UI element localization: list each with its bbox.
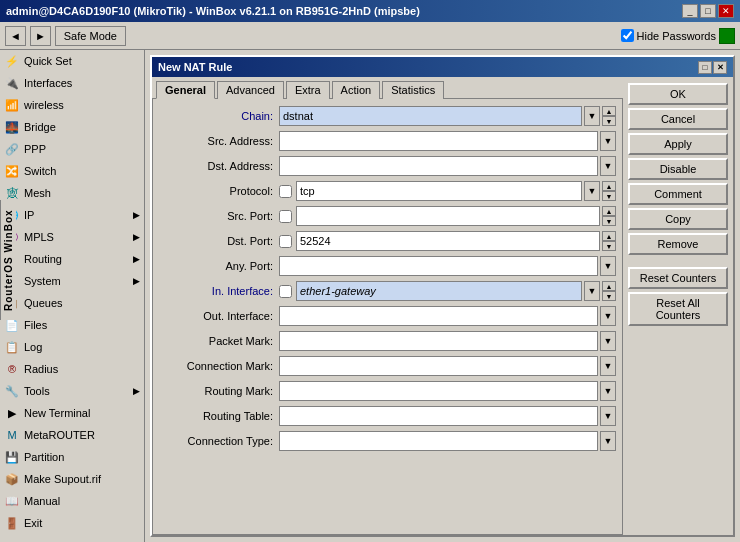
chain-up-button[interactable]: ▲ (602, 106, 616, 116)
close-button[interactable]: ✕ (718, 4, 734, 18)
any-port-input[interactable] (279, 256, 598, 276)
out-interface-dropdown-button[interactable]: ▼ (600, 306, 616, 326)
hide-passwords-checkbox[interactable] (621, 29, 634, 42)
dialog-maximize-button[interactable]: □ (698, 61, 712, 74)
in-interface-input[interactable] (296, 281, 582, 301)
sidebar-item-mesh[interactable]: 🕸 Mesh (0, 182, 144, 204)
in-interface-up-button[interactable]: ▲ (602, 281, 616, 291)
sidebar-item-make-supout[interactable]: 📦 Make Supout.rif (0, 468, 144, 490)
apply-button[interactable]: Apply (628, 133, 728, 155)
forward-button[interactable]: ► (30, 26, 51, 46)
copy-button[interactable]: Copy (628, 208, 728, 230)
disable-button[interactable]: Disable (628, 158, 728, 180)
routing-table-dropdown-button[interactable]: ▼ (600, 406, 616, 426)
sidebar-item-log[interactable]: 📋 Log (0, 336, 144, 358)
sidebar-item-queues[interactable]: ▦ Queues (0, 292, 144, 314)
sidebar-item-system[interactable]: ⚙ System ▶ (0, 270, 144, 292)
dst-address-input[interactable] (279, 156, 598, 176)
ok-button[interactable]: OK (628, 83, 728, 105)
sidebar-item-label: Mesh (24, 187, 51, 199)
protocol-dropdown-button[interactable]: ▼ (584, 181, 600, 201)
sidebar-item-radius[interactable]: ® Radius (0, 358, 144, 380)
dst-port-checkbox[interactable] (279, 235, 292, 248)
sidebar-item-mpls[interactable]: Ⓜ MPLS ▶ (0, 226, 144, 248)
dst-port-input[interactable] (296, 231, 600, 251)
sidebar-item-ip[interactable]: 🌐 IP ▶ (0, 204, 144, 226)
connection-type-input[interactable] (279, 431, 598, 451)
sidebar-item-switch[interactable]: 🔀 Switch (0, 160, 144, 182)
sidebar-item-manual[interactable]: 📖 Manual (0, 490, 144, 512)
tab-action[interactable]: Action (332, 81, 381, 99)
chain-updown[interactable]: ▲ ▼ (602, 106, 616, 126)
in-interface-checkbox[interactable] (279, 285, 292, 298)
out-interface-input[interactable] (279, 306, 598, 326)
window-controls[interactable]: _ □ ✕ (682, 4, 734, 18)
protocol-up-button[interactable]: ▲ (602, 181, 616, 191)
connection-type-row: Connection Type: ▼ (159, 430, 616, 452)
tab-extra[interactable]: Extra (286, 81, 330, 99)
reset-counters-button[interactable]: Reset Counters (628, 267, 728, 289)
sidebar-item-files[interactable]: 📄 Files (0, 314, 144, 336)
safe-mode-button[interactable]: Safe Mode (55, 26, 126, 46)
dialog-title-buttons[interactable]: □ ✕ (698, 61, 727, 74)
tab-general[interactable]: General (156, 81, 215, 99)
tab-advanced[interactable]: Advanced (217, 81, 284, 99)
reset-all-counters-button[interactable]: Reset All Counters (628, 292, 728, 326)
src-port-up-button[interactable]: ▲ (602, 206, 616, 216)
src-address-input[interactable] (279, 131, 598, 151)
chain-down-button[interactable]: ▼ (602, 116, 616, 126)
in-interface-down-button[interactable]: ▼ (602, 291, 616, 301)
comment-button[interactable]: Comment (628, 183, 728, 205)
sidebar-item-partition[interactable]: 💾 Partition (0, 446, 144, 468)
dst-port-updown[interactable]: ▲ ▼ (602, 231, 616, 251)
routing-mark-input[interactable] (279, 381, 598, 401)
sidebar-item-new-terminal[interactable]: ▶ New Terminal (0, 402, 144, 424)
sidebar-item-bridge[interactable]: 🌉 Bridge (0, 116, 144, 138)
dst-address-dropdown-button[interactable]: ▼ (600, 156, 616, 176)
dst-port-down-button[interactable]: ▼ (602, 241, 616, 251)
cancel-button[interactable]: Cancel (628, 108, 728, 130)
packet-mark-row: Packet Mark: ▼ (159, 330, 616, 352)
sidebar-item-routing[interactable]: ↔ Routing ▶ (0, 248, 144, 270)
connection-mark-input[interactable] (279, 356, 598, 376)
src-port-down-button[interactable]: ▼ (602, 216, 616, 226)
sidebar-item-wireless[interactable]: 📶 wireless (0, 94, 144, 116)
packet-mark-input[interactable] (279, 331, 598, 351)
dst-port-up-button[interactable]: ▲ (602, 231, 616, 241)
connection-type-dropdown-button[interactable]: ▼ (600, 431, 616, 451)
bridge-icon: 🌉 (4, 119, 20, 135)
back-button[interactable]: ◄ (5, 26, 26, 46)
src-address-dropdown-button[interactable]: ▼ (600, 131, 616, 151)
sidebar-item-label: PPP (24, 143, 46, 155)
protocol-updown[interactable]: ▲ ▼ (602, 181, 616, 201)
minimize-button[interactable]: _ (682, 4, 698, 18)
maximize-button[interactable]: □ (700, 4, 716, 18)
sidebar-item-ppp[interactable]: 🔗 PPP (0, 138, 144, 160)
in-interface-dropdown-button[interactable]: ▼ (584, 281, 600, 301)
tab-statistics[interactable]: Statistics (382, 81, 444, 99)
any-port-label: Any. Port: (159, 260, 279, 272)
sidebar-item-quick-set[interactable]: ⚡ Quick Set (0, 50, 144, 72)
protocol-checkbox[interactable] (279, 185, 292, 198)
src-port-checkbox[interactable] (279, 210, 292, 223)
chain-dropdown-button[interactable]: ▼ (584, 106, 600, 126)
dialog-title-text: New NAT Rule (158, 61, 232, 73)
protocol-input[interactable] (296, 181, 582, 201)
dialog-close-button[interactable]: ✕ (713, 61, 727, 74)
chain-input[interactable] (279, 106, 582, 126)
sidebar-item-metarouter[interactable]: M MetaROUTER (0, 424, 144, 446)
sidebar-item-tools[interactable]: 🔧 Tools ▶ (0, 380, 144, 402)
sidebar-item-exit[interactable]: 🚪 Exit (0, 512, 144, 534)
routing-table-input[interactable] (279, 406, 598, 426)
connection-mark-dropdown-button[interactable]: ▼ (600, 356, 616, 376)
packet-mark-dropdown-button[interactable]: ▼ (600, 331, 616, 351)
in-interface-updown[interactable]: ▲ ▼ (602, 281, 616, 301)
src-port-input[interactable] (296, 206, 600, 226)
remove-button[interactable]: Remove (628, 233, 728, 255)
sidebar-item-interfaces[interactable]: 🔌 Interfaces (0, 72, 144, 94)
src-port-updown[interactable]: ▲ ▼ (602, 206, 616, 226)
routing-mark-dropdown-button[interactable]: ▼ (600, 381, 616, 401)
dst-port-label: Dst. Port: (159, 235, 279, 247)
protocol-down-button[interactable]: ▼ (602, 191, 616, 201)
any-port-dropdown-button[interactable]: ▼ (600, 256, 616, 276)
